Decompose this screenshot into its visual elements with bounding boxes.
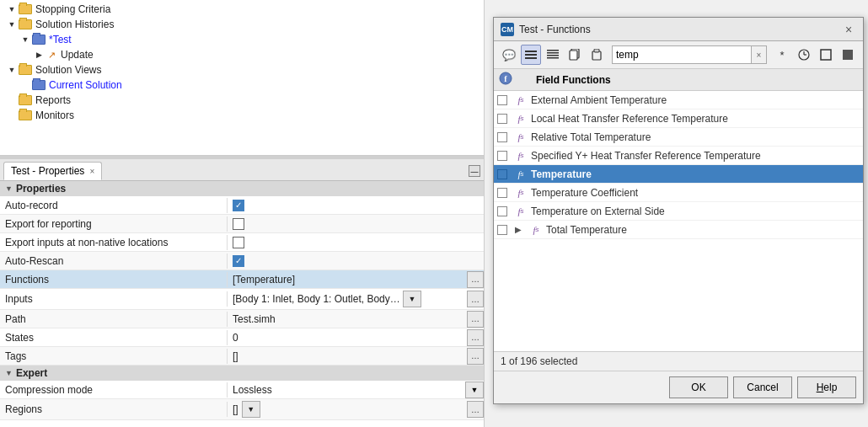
dialog-toolbar: 💬 [494,41,863,69]
toolbar-paste-button[interactable] [587,45,607,65]
spacer2 [7,95,17,105]
prop-row-compression: Compression mode Lossless ▼ [0,381,484,399]
expand-arrow-total[interactable]: ▶ [515,225,522,234]
tree-item-test[interactable]: *Test [0,32,484,47]
section-label-expert: Expert [16,367,47,379]
toolbar-copy-button[interactable] [565,45,585,65]
header-icon: f [499,72,512,85]
func-row-ext-ambient[interactable]: fs External Ambient Temperature [494,91,863,109]
svg-rect-15 [843,50,853,60]
func-row-temperature-external[interactable]: fs Temperature on External Side [494,202,863,221]
run-icon-update: ↗ [46,49,57,61]
inputs-edit-button[interactable]: … [467,291,484,307]
func-check-temperature-coeff[interactable] [494,188,511,198]
total-temp-expand-col: ▶ [511,225,526,234]
search-clear-button[interactable]: × [752,45,767,64]
dialog-titlebar: CM Test - Functions × [494,18,863,41]
prop-row-auto-rescan: Auto-Rescan [0,252,484,270]
checkbox-auto-rescan[interactable] [233,255,244,267]
toolbar-list-button[interactable] [521,45,541,65]
prop-row-regions: Regions [] ▼ … [0,399,484,420]
path-edit-button[interactable]: … [467,311,484,328]
func-fx-ext-ambient: fs [511,95,531,105]
tree-item-update[interactable]: ↗ Update [0,47,484,62]
toolbar-chat-button[interactable]: 💬 [499,45,519,65]
prop-name-export-reporting: Export for reporting [0,216,228,232]
checkbox-export-reporting[interactable] [233,218,244,230]
func-label-specified-y: Specified Y+ Heat Transfer Reference Tem… [531,150,863,162]
tree-item-solution-histories[interactable]: Solution Histories [0,17,484,32]
func-fx-temperature: fs [511,169,531,179]
functions-edit-button[interactable]: … [467,271,484,288]
func-row-specified-y[interactable]: fs Specified Y+ Heat Transfer Reference … [494,147,863,165]
tab-right-controls: — [469,165,480,177]
func-row-total-temperature[interactable]: ▶ fs Total Temperature [494,221,863,239]
func-fx-relative-total: fs [511,132,531,142]
tree-item-monitors[interactable]: Monitors [0,108,484,123]
properties-panel: Test - Properties × — ▼ Properties Auto-… [0,159,484,427]
func-check-temperature-external[interactable] [494,206,511,216]
tree-item-reports[interactable]: Reports [0,93,484,108]
svg-rect-0 [525,51,537,52]
tree-label-monitors: Monitors [35,109,74,121]
dialog-close-button[interactable]: × [841,22,856,37]
prop-name-functions: Functions [0,272,228,287]
prop-row-inputs: Inputs [Body 1: Inlet, Body 1: Outlet, B… [0,289,484,310]
func-check-specified-y[interactable] [494,151,511,161]
dialog-status: 1 of 196 selected [494,351,863,371]
cancel-button[interactable]: Cancel [733,376,792,398]
tree-label-test: *Test [49,34,72,45]
func-check-col-header: f [499,72,516,88]
checkbox-temperature-external [497,206,507,216]
checkbox-auto-record[interactable] [233,200,244,211]
toolbar-star-button[interactable]: * [772,45,792,65]
prop-row-states: States 0 … [0,328,484,347]
func-row-temperature-coeff[interactable]: fs Temperature Coefficient [494,184,863,202]
tree-label-sol-hist: Solution Histories [35,19,114,30]
states-edit-button[interactable]: … [467,329,484,346]
list2-icon [547,49,559,61]
paste-icon [591,49,603,61]
tab-test-properties[interactable]: Test - Properties × [3,162,102,180]
toolbar-list2-button[interactable] [543,45,563,65]
func-check-total-temperature[interactable] [494,225,511,235]
func-check-relative-total[interactable] [494,132,511,142]
inputs-dropdown-button[interactable]: ▼ [403,291,421,307]
func-row-relative-total[interactable]: fs Relative Total Temperature [494,128,863,147]
func-check-temperature[interactable] [494,169,511,179]
func-row-local-heat[interactable]: fs Local Heat Transfer Reference Tempera… [494,109,863,128]
tree-item-stopping-criteria[interactable]: Stopping Criteria [0,2,484,17]
prop-value-states: 0 [228,330,467,345]
tree-item-solution-views[interactable]: Solution Views [0,62,484,77]
func-label-ext-ambient: External Ambient Temperature [531,94,863,106]
tree-label-update: Update [61,49,94,61]
tree-item-current-solution[interactable]: Current Solution [0,77,484,93]
clock-icon [798,49,810,61]
toolbar-square-button[interactable] [816,45,836,65]
svg-rect-10 [594,49,599,52]
dialog-title: Test - Functions [519,24,841,35]
section-header-properties: ▼ Properties [0,181,484,196]
ok-button[interactable]: OK [669,376,728,398]
tags-edit-button[interactable]: … [467,348,484,365]
regions-dropdown-button[interactable]: ▼ [242,401,260,418]
search-input[interactable] [612,45,752,64]
tab-close-button[interactable]: × [89,167,94,176]
func-check-local-heat[interactable] [494,114,511,124]
svg-rect-1 [525,54,537,56]
func-row-temperature[interactable]: fs Temperature [494,165,863,184]
compression-dropdown-button[interactable]: ▼ [465,382,484,398]
minimize-button[interactable]: — [469,165,480,177]
folder-icon-stopping [19,4,32,14]
svg-rect-4 [547,52,559,54]
func-fx-specified-y: fs [511,151,531,161]
func-fx-total-temperature: fs [526,225,546,235]
help-button[interactable]: Help [797,376,856,398]
prop-value-functions[interactable]: [Temperature] [228,272,467,287]
checkbox-export-inputs[interactable] [233,237,244,248]
toolbar-clock-button[interactable] [794,45,814,65]
toolbar-fill-button[interactable] [838,45,858,65]
spacer3 [7,110,17,120]
regions-edit-button[interactable]: … [467,401,484,418]
func-check-ext-ambient[interactable] [494,95,511,105]
